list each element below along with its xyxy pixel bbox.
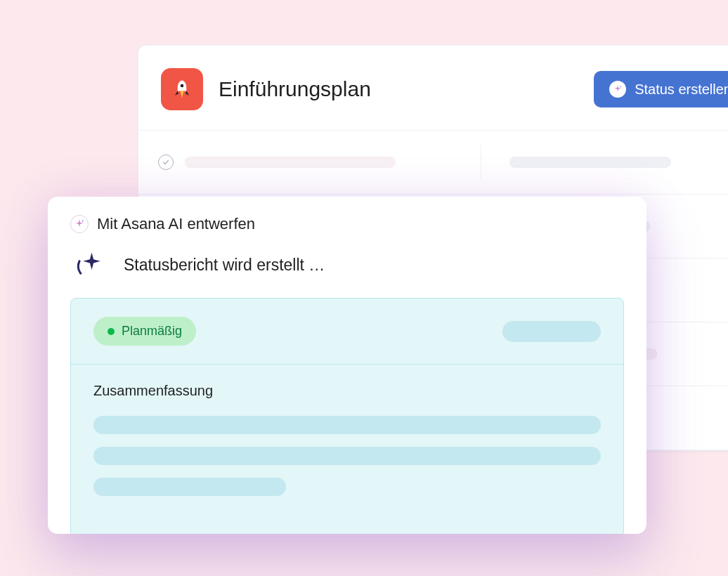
project-header: Einführungsplan Status erstellen bbox=[138, 46, 728, 131]
task-row[interactable] bbox=[138, 131, 728, 195]
summary-line-placeholder bbox=[93, 478, 286, 496]
ai-draft-title: Mit Asana AI entwerfen bbox=[97, 215, 255, 233]
task-name-placeholder bbox=[185, 157, 396, 168]
svg-point-0 bbox=[181, 84, 184, 88]
ai-sparkle-icon bbox=[609, 81, 626, 98]
status-dot-icon bbox=[108, 328, 115, 335]
draft-preview-panel: Planmäßig Zusammenfassung bbox=[70, 298, 624, 534]
draft-topbar: Planmäßig bbox=[71, 299, 623, 365]
task-complete-icon[interactable] bbox=[158, 155, 174, 170]
create-status-button-label: Status erstellen bbox=[635, 81, 728, 98]
ai-sparkle-icon bbox=[70, 215, 89, 233]
status-pill-on-track[interactable]: Planmäßig bbox=[93, 317, 196, 346]
ai-progress-row: Statusbericht wird erstellt … bbox=[48, 237, 646, 298]
task-field-placeholder bbox=[509, 157, 671, 168]
ai-draft-header: Mit Asana AI entwerfen bbox=[48, 197, 646, 237]
draft-body: Zusammenfassung bbox=[71, 365, 623, 534]
summary-line-placeholder bbox=[93, 447, 601, 465]
ai-draft-modal: Mit Asana AI entwerfen Statusbericht wir… bbox=[48, 197, 646, 534]
summary-line-placeholder bbox=[93, 416, 601, 434]
draft-meta-placeholder bbox=[502, 321, 601, 342]
summary-heading: Zusammenfassung bbox=[93, 383, 601, 399]
project-title: Einführungsplan bbox=[219, 77, 594, 101]
loading-sparkle-icon bbox=[74, 250, 104, 280]
ai-progress-text: Statusbericht wird erstellt … bbox=[124, 256, 325, 275]
status-pill-label: Planmäßig bbox=[122, 324, 182, 339]
create-status-button[interactable]: Status erstellen bbox=[594, 71, 728, 107]
rocket-icon bbox=[161, 68, 203, 110]
